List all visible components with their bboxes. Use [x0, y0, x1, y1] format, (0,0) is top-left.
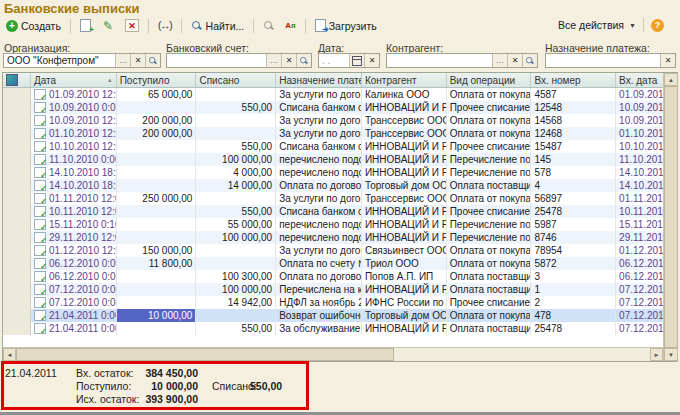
set-interval-button[interactable]: (↔): [155, 19, 175, 32]
cell-doc-date[interactable]: 15.11.2010: [616, 218, 663, 231]
find-button[interactable]: Найти...: [188, 19, 248, 33]
cell-operation[interactable]: Перечисление подот...: [447, 231, 532, 244]
cell-operation[interactable]: Перечисление подот...: [447, 218, 532, 231]
cell-counterparty[interactable]: ИННОВАЦИЙ И РАЗ...: [362, 322, 447, 335]
cell-doc-number[interactable]: 3: [531, 270, 616, 283]
column-header-doc-date[interactable]: Вх. дата: [616, 73, 663, 87]
cell-doc-date[interactable]: 11.10.2010: [616, 153, 663, 166]
table-row[interactable]: 01.12.2010 12:00:00 150 000,00 За услуги…: [3, 244, 663, 257]
row-indicator-cell[interactable]: [3, 88, 31, 101]
cell-written-off[interactable]: 100 000,00: [196, 231, 276, 244]
create-button[interactable]: + Создать: [3, 19, 64, 33]
cell-doc-number[interactable]: 478: [531, 309, 616, 322]
cell-purpose[interactable]: Списана банком сум...: [276, 101, 362, 114]
cell-counterparty[interactable]: ИННОВАЦИЙ И РАЗ...: [362, 231, 447, 244]
table-row[interactable]: 21.04.2011 0:00:00 10 000,00 Возврат оши…: [3, 309, 663, 322]
cell-counterparty[interactable]: Торговый дом ООО: [362, 309, 447, 322]
bank-account-input[interactable]: … ✕: [166, 53, 312, 68]
cell-counterparty[interactable]: Транссервис ООО: [362, 114, 447, 127]
cell-date[interactable]: 01.12.2010 12:00:00: [31, 244, 117, 257]
table-row[interactable]: 14.10.2010 18:00:01 4 000,00 перечислено…: [3, 166, 663, 179]
cell-written-off[interactable]: [196, 88, 276, 101]
all-actions-button[interactable]: Все действия: [558, 19, 624, 31]
cell-date[interactable]: 15.11.2010 0:10:01: [31, 218, 117, 231]
cell-purpose[interactable]: перечислено подотчет: [276, 166, 362, 179]
cell-operation[interactable]: Прочее списание: [447, 101, 532, 114]
table-row[interactable]: 07.12.2010 0:00:00 14 942,00 НДФЛ за ноя…: [3, 296, 663, 309]
cell-purpose[interactable]: За услуги по договор...: [276, 114, 362, 127]
row-indicator-cell[interactable]: [3, 231, 31, 244]
cell-doc-date[interactable]: 10.11.2010: [616, 205, 663, 218]
cell-operation[interactable]: Оплата поставщику: [447, 179, 532, 192]
cell-written-off[interactable]: 4 000,00: [196, 166, 276, 179]
cell-date[interactable]: 21.04.2011 0:00:00: [31, 322, 117, 335]
cell-doc-date[interactable]: 29.11.2010: [616, 231, 663, 244]
row-indicator-cell[interactable]: [3, 166, 31, 179]
cell-date[interactable]: 10.10.2010 12:00:00: [31, 140, 117, 153]
cell-doc-date[interactable]: 01.12.2010: [616, 244, 663, 257]
choose-button[interactable]: …: [115, 54, 130, 67]
cell-written-off[interactable]: 550,00: [196, 205, 276, 218]
cell-operation[interactable]: Оплата поставщику: [447, 283, 532, 296]
cell-purpose[interactable]: Оплата по договору ...: [276, 270, 362, 283]
table-row[interactable]: 14.10.2010 18:00:02 14 000,00 Оплата по …: [3, 179, 663, 192]
cell-counterparty[interactable]: ИННОВАЦИЙ И РАЗ...: [362, 101, 447, 114]
table-row[interactable]: 10.10.2010 12:00:00 550,00 Списана банко…: [3, 140, 663, 153]
row-indicator-cell[interactable]: [3, 101, 31, 114]
cell-purpose[interactable]: За услуги по договор...: [276, 192, 362, 205]
cell-received[interactable]: 65 000,00: [117, 88, 197, 101]
cell-operation[interactable]: Оплата поставщику: [447, 270, 532, 283]
cell-doc-number[interactable]: 25478: [531, 322, 616, 335]
open-button[interactable]: [522, 54, 537, 67]
cell-doc-date[interactable]: 01.10.2010: [616, 127, 663, 140]
cell-operation[interactable]: Оплата от покупателя: [447, 192, 532, 205]
cell-written-off[interactable]: 100 000,00: [196, 283, 276, 296]
load-button[interactable]: ➜ Загрузить: [312, 18, 380, 33]
cell-doc-number[interactable]: 15487: [531, 140, 616, 153]
cell-written-off[interactable]: 100 300,00: [196, 270, 276, 283]
table-row[interactable]: 10.09.2010 12:00:00 200 000,00 За услуги…: [3, 114, 663, 127]
table-row[interactable]: 01.10.2010 12:00:00 200 000,00 За услуги…: [3, 127, 663, 140]
scroll-up-button[interactable]: ▲: [664, 73, 678, 86]
cell-counterparty[interactable]: ИННОВАЦИЙ И РАЗ...: [362, 166, 447, 179]
cell-counterparty[interactable]: ИННОВАЦИЙ И РАЗ...: [362, 205, 447, 218]
cell-date[interactable]: 01.10.2010 12:00:00: [31, 127, 117, 140]
cell-date[interactable]: 06.12.2010 0:00:00: [31, 270, 117, 283]
cell-received[interactable]: 10 000,00: [117, 309, 197, 322]
cell-written-off[interactable]: 14 942,00: [196, 296, 276, 309]
cell-purpose[interactable]: За услуги по договор...: [276, 88, 362, 101]
table-row[interactable]: 06.12.2010 0:00:00 11 800,00 Оплата по с…: [3, 257, 663, 270]
cell-purpose[interactable]: Списана банком сум...: [276, 205, 362, 218]
table-row[interactable]: 01.09.2010 12:00:00 65 000,00 За услуги …: [3, 88, 663, 101]
cell-received[interactable]: [117, 179, 197, 192]
cell-purpose[interactable]: Перечислена на карт...: [276, 283, 362, 296]
delete-button[interactable]: ✕: [122, 18, 142, 33]
cell-doc-number[interactable]: 4587: [531, 88, 616, 101]
cell-doc-number[interactable]: 1: [531, 283, 616, 296]
cell-purpose[interactable]: Возврат ошибочно п...: [276, 309, 362, 322]
open-button[interactable]: [296, 54, 311, 67]
chevron-down-icon[interactable]: ▼: [629, 22, 636, 29]
row-indicator-cell[interactable]: [3, 218, 31, 231]
cell-received[interactable]: 11 800,00: [117, 257, 197, 270]
cell-operation[interactable]: Прочее списание: [447, 296, 532, 309]
cell-counterparty[interactable]: ИФНС России по г. ...: [362, 296, 447, 309]
cell-doc-date[interactable]: 01.11.2010: [616, 192, 663, 205]
row-indicator-cell[interactable]: [3, 114, 31, 127]
row-indicator-cell[interactable]: [3, 179, 31, 192]
row-indicator-cell[interactable]: [3, 309, 31, 322]
cell-date[interactable]: 07.12.2010 0:00:00: [31, 296, 117, 309]
cell-written-off[interactable]: [196, 244, 276, 257]
row-indicator-cell[interactable]: [3, 257, 31, 270]
copy-button[interactable]: +: [77, 18, 94, 33]
vertical-scroll-thumb[interactable]: [664, 86, 678, 348]
cell-counterparty[interactable]: Триол ООО: [362, 257, 447, 270]
cell-doc-number[interactable]: 2: [531, 296, 616, 309]
row-indicator-cell[interactable]: [3, 244, 31, 257]
cell-operation[interactable]: Прочее списание: [447, 205, 532, 218]
cell-doc-number[interactable]: 5872: [531, 257, 616, 270]
cell-doc-date[interactable]: 14.10.2010: [616, 166, 663, 179]
cell-operation[interactable]: Перечисление подот...: [447, 166, 532, 179]
cell-purpose[interactable]: НДФЛ за ноябрь 20...: [276, 296, 362, 309]
cell-operation[interactable]: Оплата от покупателя: [447, 309, 532, 322]
